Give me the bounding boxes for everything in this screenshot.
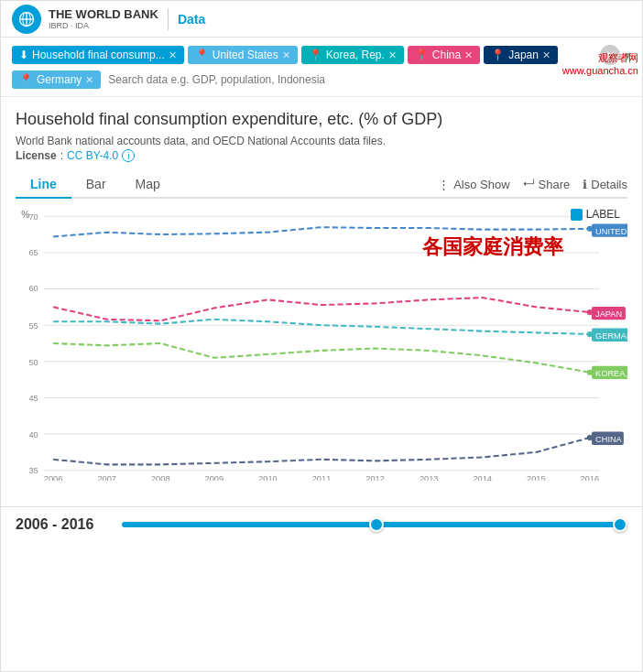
tag-korea-label: Korea, Rep. [326,49,385,61]
details-button[interactable]: ℹ Details [583,178,627,191]
logo-text-group: THE WORLD BANK IBRD · IDA [49,7,158,30]
svg-text:2009: 2009 [205,474,224,481]
svg-text:2008: 2008 [151,474,170,481]
tag-china-label: China [432,49,461,61]
tab-line[interactable]: Line [16,171,71,199]
svg-text:UNITED STATES: UNITED STATES [595,227,627,236]
logo-area: THE WORLD BANK IBRD · IDA [12,5,158,34]
tag-japan[interactable]: 📍 Japan ✕ [484,46,558,64]
chart-section: Household final consumption expenditure,… [1,97,642,506]
label-checkbox-row[interactable]: LABEL [571,208,620,221]
tag-us-label: United States [213,49,278,61]
search-row: 📍 Germany ✕ [12,70,631,89]
range-section: 2006 - 2016 [1,506,642,542]
range-handle-right[interactable] [613,517,627,532]
world-bank-logo [12,5,41,34]
watermark: 观察者网 www.guancha.cn [562,51,638,78]
tag-indicator[interactable]: ⬇ Household final consump... ✕ [12,46,184,64]
tag-indicator-icon: ⬇ [19,49,28,61]
tab-bar[interactable]: Bar [71,171,121,199]
share-label: Share [539,178,571,191]
svg-text:2012: 2012 [365,474,385,481]
svg-text:KOREA, REP.: KOREA, REP. [595,369,627,378]
details-label: Details [591,178,627,191]
label-checkbox-text: LABEL [586,208,620,221]
tag-indicator-label: Household final consump... [32,49,165,61]
chart-subtitle: World Bank national accounts data, and O… [16,135,627,147]
chart-title: Household final consumption expenditure,… [16,110,627,129]
share-button[interactable]: ⮠ Share [523,178,571,191]
also-show-label: Also Show [453,178,509,191]
tag-korea[interactable]: 📍 Korea, Rep. ✕ [301,46,404,64]
tag-japan-label: Japan [508,49,539,61]
tag-korea-close[interactable]: ✕ [388,49,397,61]
data-nav-link[interactable]: Data [178,12,205,27]
svg-text:50: 50 [28,358,38,367]
svg-text:CHINA: CHINA [595,435,623,444]
tag-germany-close[interactable]: ✕ [85,74,93,86]
svg-point-37 [587,309,593,315]
tag-japan-close[interactable]: ✕ [542,49,550,61]
details-icon: ℹ [583,178,587,191]
tags-row: ⬇ Household final consump... ✕ 📍 United … [12,45,631,65]
svg-text:2010: 2010 [258,474,278,481]
svg-text:70: 70 [28,212,38,222]
info-icon[interactable]: i [122,149,135,162]
svg-text:2016: 2016 [581,474,600,481]
range-label: 2006 - 2016 [16,516,107,533]
svg-point-40 [587,331,593,337]
chart-actions: ⋮ Also Show ⮠ Share ℹ Details [438,178,627,191]
also-show-button[interactable]: ⋮ Also Show [438,178,509,191]
chart-tabs: Line Bar Map ⋮ Also Show ⮠ Share ℹ Detai… [16,171,627,199]
svg-text:40: 40 [28,430,38,439]
svg-text:60: 60 [28,284,38,293]
chart-container: LABEL 各国家庭消费率 % 70 65 60 [16,206,627,499]
header: THE WORLD BANK IBRD · IDA Data [1,1,642,38]
svg-text:55: 55 [28,321,38,331]
license-label: License [16,149,57,162]
label-checkbox-icon [571,209,583,221]
search-area: ⬇ Household final consump... ✕ 📍 United … [1,38,642,97]
range-handle-left[interactable] [369,517,384,532]
share-icon: ⮠ [523,178,535,191]
svg-point-34 [587,226,593,232]
tag-pin-icon-germany: 📍 [19,73,33,86]
svg-point-46 [587,435,593,440]
logo-title: THE WORLD BANK [49,7,158,21]
license-separator: : [60,149,63,162]
svg-text:2006: 2006 [44,474,63,481]
tag-us-close[interactable]: ✕ [282,49,290,61]
svg-text:65: 65 [28,248,38,257]
tag-indicator-close[interactable]: ✕ [169,49,177,61]
range-slider[interactable] [122,522,627,527]
chinese-annotation: 各国家庭消费率 [422,233,563,261]
svg-text:2011: 2011 [312,474,332,481]
svg-text:35: 35 [28,466,38,475]
svg-text:2015: 2015 [527,474,546,481]
license-row: License : CC BY-4.0 i [16,149,627,162]
tag-united-states[interactable]: 📍 United States ✕ [188,46,298,64]
svg-text:GERMANY: GERMANY [595,331,627,341]
tag-china[interactable]: 📍 China ✕ [408,46,480,64]
tab-map[interactable]: Map [121,171,175,199]
dots-icon: ⋮ [438,178,450,191]
tag-pin-icon-us: 📍 [195,49,209,61]
tag-china-close[interactable]: ✕ [464,49,473,61]
tag-pin-icon-japan: 📍 [491,49,505,61]
tag-pin-icon-korea: 📍 [309,49,322,61]
svg-text:45: 45 [28,394,38,403]
svg-text:2014: 2014 [473,474,492,481]
logo-subtitle: IBRD · IDA [49,21,158,30]
tag-pin-icon-china: 📍 [415,49,429,61]
svg-text:2007: 2007 [97,474,116,481]
tag-germany-label: Germany [37,73,82,86]
watermark-line1: 观察者网 [562,51,638,64]
license-link[interactable]: CC BY-4.0 [67,149,118,162]
svg-text:JAPAN: JAPAN [595,309,622,319]
svg-text:2013: 2013 [420,474,439,481]
tag-germany[interactable]: 📍 Germany ✕ [12,70,101,89]
search-input[interactable] [108,73,631,86]
header-divider [168,8,169,30]
svg-point-43 [587,370,593,375]
watermark-line2: www.guancha.cn [562,64,638,77]
